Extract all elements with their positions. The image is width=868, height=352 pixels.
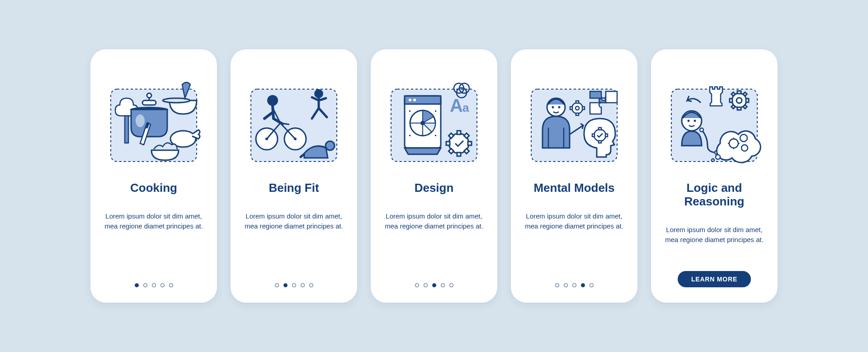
card-description: Lorem ipsum dolor sit dim amet, mea regi… [663, 225, 766, 245]
dot-1[interactable] [555, 283, 559, 287]
svg-rect-57 [570, 107, 572, 109]
dot-3[interactable] [432, 283, 436, 287]
fitness-illustration [246, 76, 341, 166]
svg-rect-71 [737, 107, 741, 110]
dot-4[interactable] [301, 283, 305, 287]
svg-point-50 [558, 106, 561, 109]
svg-rect-41 [446, 142, 450, 145]
card-title: Mental Models [533, 181, 614, 195]
dot-5[interactable] [169, 283, 173, 287]
svg-point-27 [420, 121, 425, 125]
pagination-dots [555, 283, 594, 287]
dot-4[interactable] [581, 283, 585, 287]
dot-1[interactable] [415, 283, 419, 287]
dot-5[interactable] [590, 283, 594, 287]
svg-rect-32 [435, 135, 436, 136]
svg-rect-70 [737, 91, 741, 94]
dot-4[interactable] [160, 283, 165, 287]
learn-more-button[interactable]: LEARN MORE [678, 271, 751, 287]
dot-1[interactable] [135, 283, 139, 287]
svg-point-53 [572, 103, 583, 114]
card-title: Design [415, 181, 454, 195]
svg-point-88 [712, 159, 714, 162]
onboarding-card-cooking: Cooking Lorem ipsum dolor sit dim amet, … [90, 49, 217, 303]
svg-rect-61 [599, 141, 601, 143]
dot-2[interactable] [283, 283, 288, 287]
svg-rect-1 [125, 116, 128, 143]
svg-rect-76 [731, 105, 735, 109]
card-description: Lorem ipsum dolor sit dim amet, mea regi… [382, 211, 486, 232]
svg-rect-40 [457, 152, 461, 156]
dot-2[interactable] [143, 283, 147, 287]
card-title: Being Fit [269, 181, 319, 195]
svg-rect-42 [468, 142, 472, 145]
svg-rect-3 [142, 100, 156, 105]
card-description: Lorem ipsum dolor sit dim amet, mea regi… [523, 211, 626, 232]
svg-point-18 [326, 141, 335, 150]
svg-rect-55 [576, 101, 579, 103]
svg-rect-73 [746, 99, 749, 102]
svg-point-8 [163, 98, 190, 103]
pagination-dots [415, 283, 453, 287]
svg-rect-29 [409, 110, 410, 112]
dot-5[interactable] [449, 283, 453, 287]
pagination-dots [275, 283, 313, 287]
onboarding-card-design: A a Design Lorem ipsum dolor sit dim ame… [371, 49, 497, 303]
svg-point-78 [700, 128, 703, 132]
svg-text:a: a [462, 101, 469, 114]
svg-rect-63 [605, 134, 608, 137]
svg-point-6 [136, 114, 145, 127]
cooking-illustration [106, 76, 201, 166]
svg-rect-58 [582, 107, 585, 109]
dot-5[interactable] [309, 283, 313, 287]
dot-1[interactable] [275, 283, 279, 287]
mental-models-illustration [527, 76, 622, 166]
svg-rect-72 [730, 99, 732, 102]
svg-point-23 [413, 99, 416, 101]
svg-point-22 [409, 99, 411, 101]
svg-rect-56 [576, 113, 579, 115]
card-description: Lorem ipsum dolor sit dim amet, mea regi… [242, 211, 345, 232]
svg-rect-30 [435, 110, 436, 112]
svg-point-87 [716, 155, 720, 159]
svg-point-17 [314, 89, 323, 98]
svg-rect-77 [743, 105, 747, 109]
dot-3[interactable] [292, 283, 296, 287]
svg-point-5 [147, 93, 151, 98]
dot-3[interactable] [572, 283, 576, 287]
onboarding-card-mental-models: Mental Models Lorem ipsum dolor sit dim … [511, 49, 637, 303]
svg-rect-74 [731, 92, 735, 96]
dot-3[interactable] [152, 283, 156, 287]
svg-rect-62 [592, 134, 594, 137]
svg-rect-31 [409, 135, 410, 136]
dot-2[interactable] [564, 283, 568, 287]
card-description: Lorem ipsum dolor sit dim amet, mea regi… [102, 211, 205, 232]
dot-2[interactable] [424, 283, 428, 287]
onboarding-card-fitness: Being Fit Lorem ipsum dolor sit dim amet… [231, 49, 357, 303]
onboarding-card-logic: Logic and Reasoning Lorem ipsum dolor si… [651, 49, 778, 303]
svg-point-67 [694, 120, 696, 122]
pagination-dots [135, 283, 173, 287]
svg-text:A: A [450, 95, 463, 115]
svg-point-49 [552, 106, 554, 109]
card-title: Logic and Reasoning [663, 181, 766, 209]
svg-rect-60 [599, 128, 601, 130]
logic-illustration [667, 76, 762, 166]
card-title: Cooking [130, 181, 177, 195]
svg-point-66 [688, 120, 690, 122]
dot-4[interactable] [441, 283, 445, 287]
svg-point-16 [267, 95, 278, 106]
svg-rect-75 [743, 92, 747, 96]
design-illustration: A a [387, 76, 481, 166]
svg-rect-39 [457, 131, 461, 134]
